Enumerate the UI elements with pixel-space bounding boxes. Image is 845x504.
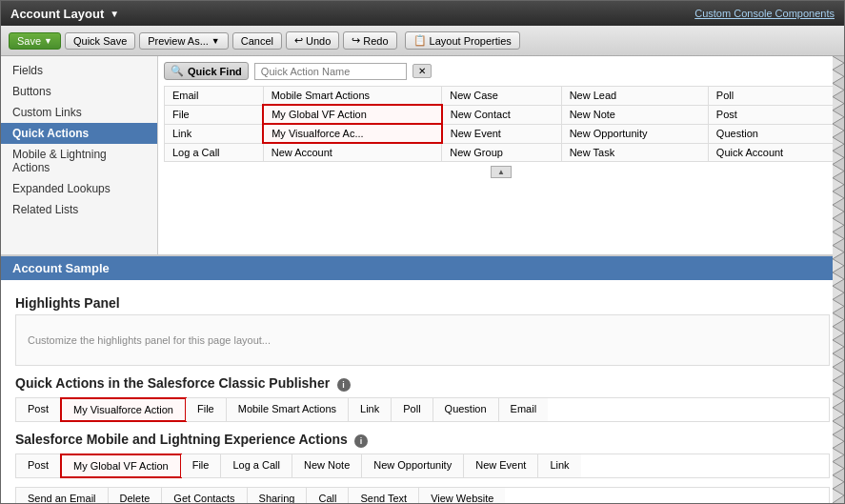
classic-info-icon: i [337,378,351,392]
mobile-info-icon: i [354,434,368,448]
palette-cell-highlighted2 palette-cell[interactable]: My Visualforce Ac... [263,124,442,143]
save-label: Save [17,35,41,47]
lower-section: Account Sample Highlights Panel Customiz… [1,256,844,504]
classic-action-question[interactable]: Question [433,398,499,421]
sidebar-item-related-lists[interactable]: Related Lists [1,199,157,220]
undo-button[interactable]: ↩ Undo [286,31,339,50]
quick-find-text: Quick Find [188,66,242,77]
sidebar-item-mobile-lightning[interactable]: Mobile & Lightning Actions [1,144,157,178]
palette-cell[interactable]: Email [165,87,264,106]
top-bar: Account Layout ▼ Custom Console Componen… [1,1,844,26]
palette-cell[interactable]: Question [708,124,837,143]
palette-cell[interactable]: New Lead [561,87,708,106]
scroll-up-button[interactable]: ▲ [491,166,512,178]
sidebar-item-buttons[interactable]: Buttons [1,81,157,102]
mobile-action-view-website[interactable]: View Website [419,488,505,504]
palette-cell[interactable]: Poll [708,87,837,106]
page-wrapper: Account Layout ▼ Custom Console Componen… [0,0,845,504]
quick-save-label: Quick Save [73,35,127,47]
layout-properties-label: Layout Properties [430,35,512,47]
classic-action-post[interactable]: Post [16,398,61,421]
account-sample-title: Account Sample [12,261,110,275]
palette-cell[interactable]: New Account [263,143,442,162]
cancel-label: Cancel [241,35,273,47]
right-edge-decoration [833,56,844,503]
sidebar-item-expanded-lookups[interactable]: Expanded Lookups [1,178,157,199]
classic-publisher-title: Quick Actions in the Salesforce Classic … [15,375,330,391]
mobile-action-call[interactable]: Call [307,488,349,504]
toolbar: Save ▼ Quick Save Preview As... ▼ Cancel… [1,26,844,56]
upper-section: Fields Buttons Custom Links Quick Action… [1,56,844,256]
quick-find-bar: 🔍 Quick Find ✕ [164,62,838,80]
sidebar-item-fields[interactable]: Fields [1,60,157,81]
classic-action-email[interactable]: Email [499,398,549,421]
sidebar-item-quick-actions[interactable]: Quick Actions [1,123,157,144]
mobile-action-new-opportunity[interactable]: New Opportunity [362,454,464,477]
classic-action-mobile-smart[interactable]: Mobile Smart Actions [227,398,349,421]
quick-find-clear-button[interactable]: ✕ [412,64,432,78]
undo-icon: ↩ [294,34,303,47]
custom-console-link[interactable]: Custom Console Components [694,8,835,19]
mobile-action-get-contacts[interactable]: Get Contacts [162,488,247,504]
dropdown-icon[interactable]: ▼ [110,9,119,19]
table-row: Link My Visualforce Ac... New Event New … [165,124,838,143]
quick-find-input[interactable] [254,63,407,80]
sidebar-item-custom-links[interactable]: Custom Links [1,102,157,123]
classic-action-my-visualforce[interactable]: My Visualforce Action [60,397,187,422]
palette-cell[interactable]: New Contact [442,105,561,124]
mobile-action-send-text[interactable]: Send Text [349,488,419,504]
palette-cell[interactable]: Link [165,124,264,143]
palette-cell-highlighted palette-cell[interactable]: My Global VF Action [263,105,442,124]
preview-as-label: Preview As... [148,35,209,47]
save-button[interactable]: Save ▼ [9,32,61,50]
palette-cell[interactable]: File [165,105,264,124]
palette-cell[interactable]: Quick Account [708,143,837,162]
palette-cell[interactable]: New Note [561,105,708,124]
redo-label: Redo [363,35,388,47]
account-sample-header: Account Sample [1,256,844,280]
table-row: Email Mobile Smart Actions New Case New … [165,87,838,106]
preview-dropdown-icon: ▼ [211,36,220,46]
preview-content: Highlights Panel Customize the highlight… [1,280,844,504]
classic-action-poll[interactable]: Poll [392,398,433,421]
table-row: Log a Call New Account New Group New Tas… [165,143,838,162]
cancel-button[interactable]: Cancel [232,32,282,50]
palette-cell[interactable]: New Opportunity [561,124,708,143]
mobile-title: Salesforce Mobile and Lightning Experien… [15,432,348,447]
page-title: Account Layout ▼ [10,7,119,21]
redo-icon: ↪ [352,34,360,47]
classic-publisher-action-bar: Post My Visualforce Action File Mobile S… [15,397,830,422]
palette-cell[interactable]: New Group [442,143,561,162]
palette-cell[interactable]: Mobile Smart Actions [263,87,442,106]
mobile-action-new-event[interactable]: New Event [464,454,538,477]
save-dropdown-icon[interactable]: ▼ [44,36,52,46]
quick-save-button[interactable]: Quick Save [65,32,135,50]
palette-cell[interactable]: New Case [442,87,561,106]
mobile-action-log-a-call[interactable]: Log a Call [221,454,292,477]
mobile-action-send-email[interactable]: Send an Email [16,488,109,504]
preview-as-button[interactable]: Preview As... ▼ [139,32,229,50]
highlights-panel-title: Highlights Panel [15,295,830,311]
mobile-action-my-global-vf[interactable]: My Global VF Action [60,454,182,478]
mobile-action-new-note[interactable]: New Note [292,454,362,477]
search-icon: 🔍 [171,65,184,77]
mobile-action-sharing[interactable]: Sharing [248,488,308,504]
highlights-panel-placeholder: Customize the highlights panel for this … [28,334,271,346]
mobile-action-bar-row1: Post My Global VF Action File Log a Call… [15,454,830,478]
palette-cell[interactable]: New Task [561,143,708,162]
classic-action-file[interactable]: File [186,398,227,421]
mobile-action-delete[interactable]: Delete [109,488,163,504]
palette-area: 🔍 Quick Find ✕ Email Mobile Smart Action… [158,56,844,254]
classic-action-link[interactable]: Link [349,398,392,421]
palette-cell[interactable]: New Event [442,124,561,143]
sidebar: Fields Buttons Custom Links Quick Action… [1,56,158,254]
palette-cell[interactable]: Post [708,105,837,124]
mobile-action-file[interactable]: File [181,454,222,477]
palette-cell[interactable]: Log a Call [165,143,264,162]
redo-button[interactable]: ↪ Redo [343,31,396,50]
layout-properties-button[interactable]: 📋 Layout Properties [405,31,520,50]
mobile-action-post[interactable]: Post [16,454,61,477]
table-row: File My Global VF Action New Contact New… [165,105,838,124]
highlights-panel: Customize the highlights panel for this … [15,314,830,366]
mobile-action-link[interactable]: Link [538,454,580,477]
